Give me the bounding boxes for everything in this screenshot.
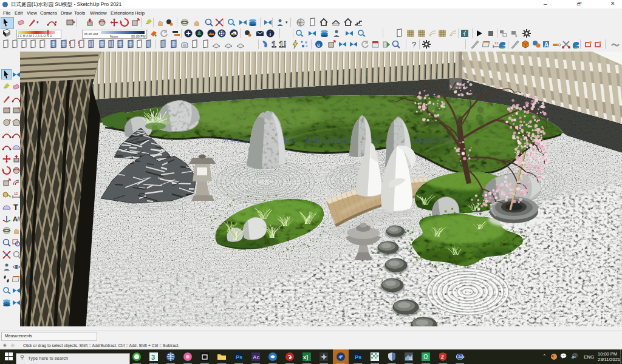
svg-text:Zulu: Zulu	[459, 355, 465, 359]
svg-text:T: T	[13, 203, 18, 212]
svg-text:Z: Z	[441, 354, 444, 360]
svg-text:x]: x]	[303, 354, 308, 360]
svg-text:11: 11	[409, 357, 413, 360]
svg-text:i: i	[270, 31, 272, 37]
svg-text:Ps: Ps	[236, 354, 242, 360]
svg-text:Ω: Ω	[423, 354, 428, 360]
svg-text:A: A	[544, 41, 549, 48]
svg-text:Ac: Ac	[253, 354, 260, 360]
svg-text:1: 1	[272, 39, 276, 49]
svg-text:1!: 1!	[279, 39, 286, 49]
svg-text:x: x	[515, 33, 518, 38]
svg-text:!: !	[69, 41, 70, 47]
svg-text:?: ?	[412, 40, 416, 49]
svg-text:12: 12	[14, 192, 18, 195]
svg-text:!: !	[78, 41, 80, 47]
svg-text:e: e	[317, 42, 320, 48]
svg-text:3: 3	[151, 354, 155, 361]
svg-text:Ps: Ps	[355, 354, 361, 360]
